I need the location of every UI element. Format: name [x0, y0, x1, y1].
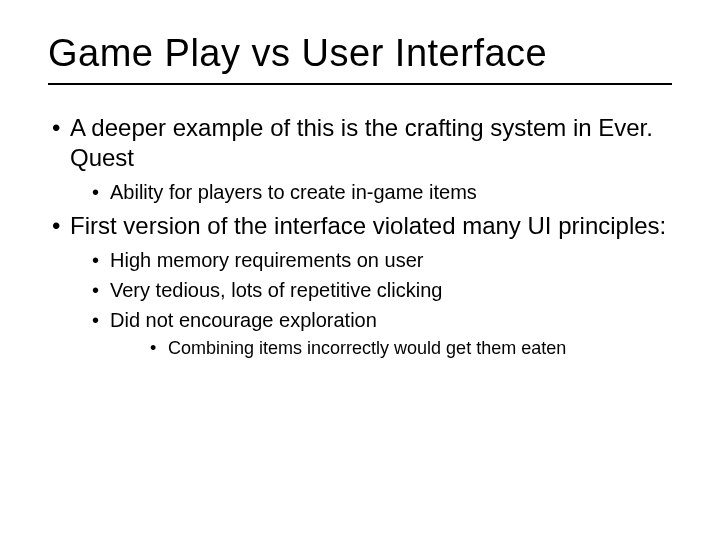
list-item: Very tedious, lots of repetitive clickin…: [70, 277, 672, 303]
slide-title: Game Play vs User Interface: [48, 32, 672, 75]
list-item: Did not encourage exploration Combining …: [70, 307, 672, 360]
sub-bullet-list: High memory requirements on user Very te…: [70, 247, 672, 360]
sub-sub-bullet-list: Combining items incorrectly would get th…: [110, 337, 672, 360]
bullet-text: Combining items incorrectly would get th…: [168, 338, 566, 358]
bullet-text: Ability for players to create in-game it…: [110, 181, 477, 203]
bullet-list: A deeper example of this is the crafting…: [48, 113, 672, 360]
bullet-text: High memory requirements on user: [110, 249, 423, 271]
bullet-text: Very tedious, lots of repetitive clickin…: [110, 279, 442, 301]
sub-bullet-list: Ability for players to create in-game it…: [70, 179, 672, 205]
bullet-text: First version of the interface violated …: [70, 212, 666, 239]
bullet-text: Did not encourage exploration: [110, 309, 377, 331]
list-item: High memory requirements on user: [70, 247, 672, 273]
list-item: A deeper example of this is the crafting…: [48, 113, 672, 205]
list-item: Combining items incorrectly would get th…: [110, 337, 672, 360]
bullet-text: A deeper example of this is the crafting…: [70, 114, 653, 171]
title-divider: [48, 83, 672, 85]
list-item: Ability for players to create in-game it…: [70, 179, 672, 205]
list-item: First version of the interface violated …: [48, 211, 672, 360]
